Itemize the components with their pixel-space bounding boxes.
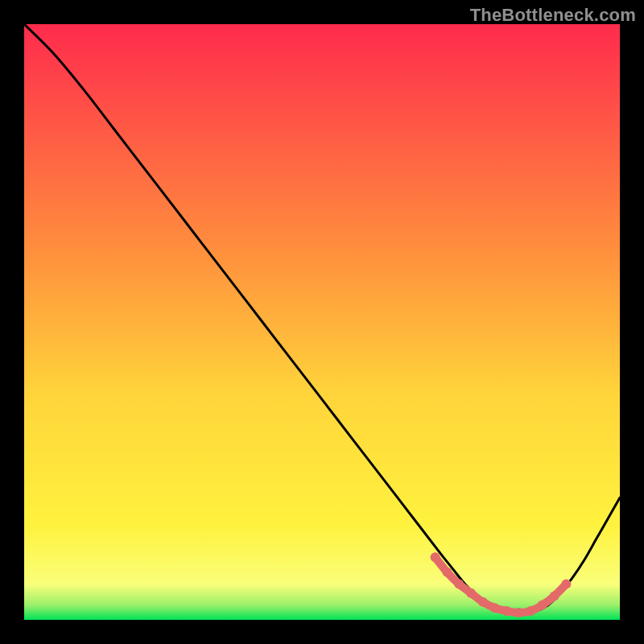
chart-plot [24,24,620,620]
valley-dot [478,597,488,607]
valley-dot [442,568,452,577]
valley-dot [454,580,464,589]
valley-dot [514,608,523,617]
valley-dot [538,601,547,610]
valley-dot [550,591,559,601]
valley-dot [490,603,500,613]
valley-dot [502,606,511,616]
valley-dot [431,552,440,562]
gradient-bg [24,24,620,620]
watermark-text: TheBottleneck.com [470,5,636,26]
valley-dot [466,588,476,598]
valley-dot [561,580,571,589]
valley-dot [526,606,535,616]
chart-frame: TheBottleneck.com [0,0,644,644]
